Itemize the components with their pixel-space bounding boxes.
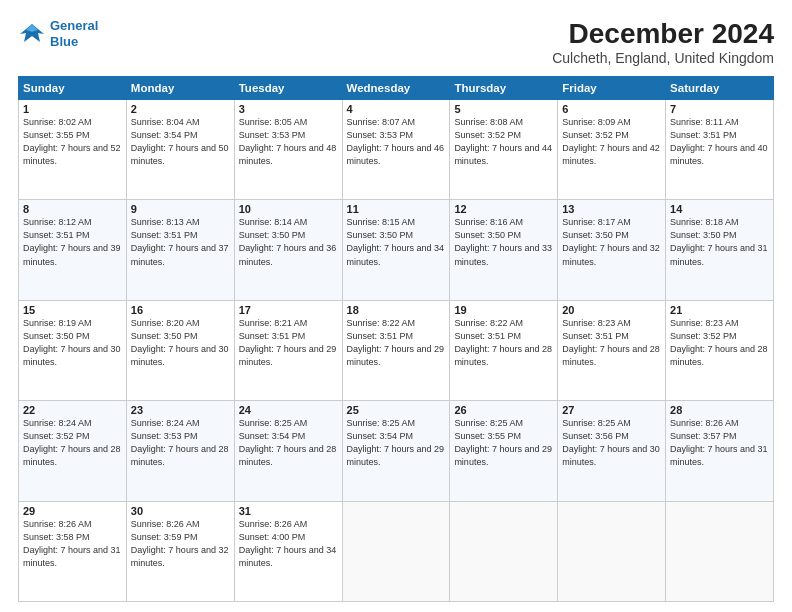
day-info: Sunrise: 8:08 AMSunset: 3:52 PMDaylight:…	[454, 116, 553, 168]
table-row: 24Sunrise: 8:25 AMSunset: 3:54 PMDayligh…	[234, 401, 342, 501]
header: General Blue December 2024 Culcheth, Eng…	[18, 18, 774, 66]
day-info: Sunrise: 8:09 AMSunset: 3:52 PMDaylight:…	[562, 116, 661, 168]
day-info: Sunrise: 8:25 AMSunset: 3:56 PMDaylight:…	[562, 417, 661, 469]
day-number: 31	[239, 505, 338, 517]
table-row: 29Sunrise: 8:26 AMSunset: 3:58 PMDayligh…	[19, 501, 127, 601]
table-row	[666, 501, 774, 601]
day-number: 26	[454, 404, 553, 416]
day-info: Sunrise: 8:26 AMSunset: 3:57 PMDaylight:…	[670, 417, 769, 469]
table-row	[558, 501, 666, 601]
table-row: 25Sunrise: 8:25 AMSunset: 3:54 PMDayligh…	[342, 401, 450, 501]
day-number: 16	[131, 304, 230, 316]
table-row: 9Sunrise: 8:13 AMSunset: 3:51 PMDaylight…	[126, 200, 234, 300]
day-number: 23	[131, 404, 230, 416]
table-row	[450, 501, 558, 601]
day-info: Sunrise: 8:16 AMSunset: 3:50 PMDaylight:…	[454, 216, 553, 268]
day-number: 19	[454, 304, 553, 316]
day-info: Sunrise: 8:02 AMSunset: 3:55 PMDaylight:…	[23, 116, 122, 168]
table-row: 8Sunrise: 8:12 AMSunset: 3:51 PMDaylight…	[19, 200, 127, 300]
logo-line2: Blue	[50, 34, 78, 49]
day-number: 18	[347, 304, 446, 316]
day-number: 21	[670, 304, 769, 316]
day-number: 5	[454, 103, 553, 115]
day-info: Sunrise: 8:23 AMSunset: 3:52 PMDaylight:…	[670, 317, 769, 369]
day-number: 2	[131, 103, 230, 115]
day-info: Sunrise: 8:25 AMSunset: 3:54 PMDaylight:…	[347, 417, 446, 469]
day-info: Sunrise: 8:25 AMSunset: 3:55 PMDaylight:…	[454, 417, 553, 469]
day-number: 20	[562, 304, 661, 316]
table-row: 17Sunrise: 8:21 AMSunset: 3:51 PMDayligh…	[234, 300, 342, 400]
day-number: 24	[239, 404, 338, 416]
day-info: Sunrise: 8:11 AMSunset: 3:51 PMDaylight:…	[670, 116, 769, 168]
table-row: 27Sunrise: 8:25 AMSunset: 3:56 PMDayligh…	[558, 401, 666, 501]
day-info: Sunrise: 8:19 AMSunset: 3:50 PMDaylight:…	[23, 317, 122, 369]
day-number: 6	[562, 103, 661, 115]
col-saturday: Saturday	[666, 77, 774, 100]
day-number: 11	[347, 203, 446, 215]
col-wednesday: Wednesday	[342, 77, 450, 100]
table-row: 2Sunrise: 8:04 AMSunset: 3:54 PMDaylight…	[126, 100, 234, 200]
calendar-title: December 2024	[552, 18, 774, 50]
col-friday: Friday	[558, 77, 666, 100]
calendar-week-0: 1Sunrise: 8:02 AMSunset: 3:55 PMDaylight…	[19, 100, 774, 200]
logo: General Blue	[18, 18, 98, 49]
logo-icon	[18, 20, 46, 48]
day-info: Sunrise: 8:26 AMSunset: 3:59 PMDaylight:…	[131, 518, 230, 570]
day-number: 29	[23, 505, 122, 517]
calendar-week-3: 22Sunrise: 8:24 AMSunset: 3:52 PMDayligh…	[19, 401, 774, 501]
table-row: 19Sunrise: 8:22 AMSunset: 3:51 PMDayligh…	[450, 300, 558, 400]
table-row: 15Sunrise: 8:19 AMSunset: 3:50 PMDayligh…	[19, 300, 127, 400]
day-number: 4	[347, 103, 446, 115]
day-number: 17	[239, 304, 338, 316]
day-info: Sunrise: 8:24 AMSunset: 3:53 PMDaylight:…	[131, 417, 230, 469]
table-row: 3Sunrise: 8:05 AMSunset: 3:53 PMDaylight…	[234, 100, 342, 200]
table-row: 22Sunrise: 8:24 AMSunset: 3:52 PMDayligh…	[19, 401, 127, 501]
col-monday: Monday	[126, 77, 234, 100]
day-info: Sunrise: 8:07 AMSunset: 3:53 PMDaylight:…	[347, 116, 446, 168]
header-row: Sunday Monday Tuesday Wednesday Thursday…	[19, 77, 774, 100]
day-info: Sunrise: 8:21 AMSunset: 3:51 PMDaylight:…	[239, 317, 338, 369]
day-info: Sunrise: 8:15 AMSunset: 3:50 PMDaylight:…	[347, 216, 446, 268]
table-row: 1Sunrise: 8:02 AMSunset: 3:55 PMDaylight…	[19, 100, 127, 200]
table-row: 16Sunrise: 8:20 AMSunset: 3:50 PMDayligh…	[126, 300, 234, 400]
calendar-week-4: 29Sunrise: 8:26 AMSunset: 3:58 PMDayligh…	[19, 501, 774, 601]
day-info: Sunrise: 8:22 AMSunset: 3:51 PMDaylight:…	[454, 317, 553, 369]
calendar-table: Sunday Monday Tuesday Wednesday Thursday…	[18, 76, 774, 602]
day-number: 30	[131, 505, 230, 517]
day-info: Sunrise: 8:26 AMSunset: 4:00 PMDaylight:…	[239, 518, 338, 570]
day-info: Sunrise: 8:13 AMSunset: 3:51 PMDaylight:…	[131, 216, 230, 268]
day-number: 28	[670, 404, 769, 416]
page: General Blue December 2024 Culcheth, Eng…	[0, 0, 792, 612]
table-row: 7Sunrise: 8:11 AMSunset: 3:51 PMDaylight…	[666, 100, 774, 200]
table-row	[342, 501, 450, 601]
day-number: 12	[454, 203, 553, 215]
day-number: 13	[562, 203, 661, 215]
table-row: 6Sunrise: 8:09 AMSunset: 3:52 PMDaylight…	[558, 100, 666, 200]
table-row: 23Sunrise: 8:24 AMSunset: 3:53 PMDayligh…	[126, 401, 234, 501]
day-info: Sunrise: 8:20 AMSunset: 3:50 PMDaylight:…	[131, 317, 230, 369]
day-number: 3	[239, 103, 338, 115]
day-info: Sunrise: 8:18 AMSunset: 3:50 PMDaylight:…	[670, 216, 769, 268]
day-info: Sunrise: 8:24 AMSunset: 3:52 PMDaylight:…	[23, 417, 122, 469]
table-row: 12Sunrise: 8:16 AMSunset: 3:50 PMDayligh…	[450, 200, 558, 300]
table-row: 5Sunrise: 8:08 AMSunset: 3:52 PMDaylight…	[450, 100, 558, 200]
day-info: Sunrise: 8:12 AMSunset: 3:51 PMDaylight:…	[23, 216, 122, 268]
table-row: 28Sunrise: 8:26 AMSunset: 3:57 PMDayligh…	[666, 401, 774, 501]
table-row: 26Sunrise: 8:25 AMSunset: 3:55 PMDayligh…	[450, 401, 558, 501]
day-number: 25	[347, 404, 446, 416]
day-info: Sunrise: 8:22 AMSunset: 3:51 PMDaylight:…	[347, 317, 446, 369]
day-info: Sunrise: 8:23 AMSunset: 3:51 PMDaylight:…	[562, 317, 661, 369]
calendar-subtitle: Culcheth, England, United Kingdom	[552, 50, 774, 66]
calendar-week-1: 8Sunrise: 8:12 AMSunset: 3:51 PMDaylight…	[19, 200, 774, 300]
table-row: 13Sunrise: 8:17 AMSunset: 3:50 PMDayligh…	[558, 200, 666, 300]
day-number: 27	[562, 404, 661, 416]
day-info: Sunrise: 8:04 AMSunset: 3:54 PMDaylight:…	[131, 116, 230, 168]
day-number: 1	[23, 103, 122, 115]
logo-text: General Blue	[50, 18, 98, 49]
table-row: 10Sunrise: 8:14 AMSunset: 3:50 PMDayligh…	[234, 200, 342, 300]
day-number: 10	[239, 203, 338, 215]
day-info: Sunrise: 8:25 AMSunset: 3:54 PMDaylight:…	[239, 417, 338, 469]
table-row: 21Sunrise: 8:23 AMSunset: 3:52 PMDayligh…	[666, 300, 774, 400]
table-row: 31Sunrise: 8:26 AMSunset: 4:00 PMDayligh…	[234, 501, 342, 601]
day-number: 9	[131, 203, 230, 215]
